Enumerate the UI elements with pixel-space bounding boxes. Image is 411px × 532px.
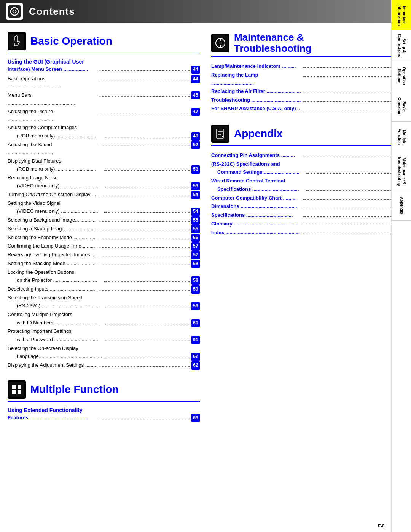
toc-item-dual-sub: (RGB menu only) ........................… <box>8 165 200 174</box>
toc-item-onscreen: Turning On/Off the On-screen Display ...… <box>8 190 200 199</box>
dots <box>100 76 191 80</box>
footer-page-number: E-8 <box>378 524 384 528</box>
dots <box>100 218 191 222</box>
toc-label: (VIDEO menu only) ......................… <box>8 207 103 215</box>
toc-item-specs: Specifications .........................… <box>211 211 403 220</box>
sidebar-tab-important[interactable]: ImportantInformation <box>392 0 411 30</box>
toc-item-protect: Protecting Important Settings <box>8 327 200 335</box>
sidebar-tab-multi[interactable]: MultipleFunction <box>392 122 411 152</box>
dots <box>104 278 191 282</box>
page-num: 61 <box>191 336 200 344</box>
toc-label: Troubleshooting ........................… <box>211 96 302 104</box>
toc-item-compat: Computer Compatibility Chart .......... … <box>211 194 403 203</box>
toc-item-glossary: Glossary ...............................… <box>211 220 403 228</box>
sidebar-tab-appendix[interactable]: Appendix <box>392 190 411 221</box>
toc-label: Features ...............................… <box>8 414 99 422</box>
toc-label: Menu Bars ..............................… <box>8 91 99 107</box>
toc-label: Specifications .........................… <box>211 185 305 193</box>
sidebar: ImportantInformation Setup &Connections … <box>391 0 411 532</box>
toc-label: For SHARP Assistance (U.S.A. only) .. <box>211 104 302 112</box>
basic-operation-header: Basic Operation <box>8 32 200 53</box>
toc-label: Replacing the Lamp .....................… <box>211 71 302 87</box>
dots <box>303 89 394 93</box>
dots <box>100 192 191 196</box>
header-icon <box>6 3 23 20</box>
right-column: Maintenance & Troubleshooting Lamp/Maint… <box>211 32 403 433</box>
maintenance-title-line1: Maintenance & <box>234 32 312 43</box>
toc-label: Reversing/Inverting Projected Images ... <box>8 251 99 259</box>
page-num: 47 <box>191 108 200 116</box>
dots <box>303 73 394 77</box>
dots <box>303 195 394 199</box>
maintenance-section: Maintenance & Troubleshooting Lamp/Maint… <box>211 32 403 113</box>
dots <box>303 153 394 157</box>
toc-label: (RS-232C) ..............................… <box>8 302 103 310</box>
toc-item-wired-remote: Wired Remote Control Terminal <box>211 177 403 185</box>
basic-operation-icon <box>8 32 26 50</box>
dots <box>100 142 191 146</box>
appendix-section: Appendix Connecting Pin Assignments ....… <box>211 125 403 237</box>
toc-label: Setting the Stacking Mode ..............… <box>8 259 99 267</box>
page-num: 53 <box>191 165 200 174</box>
page-num-interface: 44 <box>191 66 200 74</box>
sidebar-tab-label: Appendix <box>399 197 404 214</box>
svg-rect-6 <box>18 385 21 389</box>
toc-label: Selecting a Startup Image...............… <box>8 225 99 233</box>
toc-item-replace-filter: Replacing the Air Filter ...............… <box>211 87 403 96</box>
sidebar-tab-setup[interactable]: Setup &Connections <box>392 30 411 61</box>
dots <box>306 187 394 190</box>
toc-item-video-signal: Setting the Video Signal <box>8 199 200 207</box>
toc-label: Adjusting the Picture ..................… <box>8 107 99 124</box>
toc-label: Adjusting the Computer Images <box>8 123 200 131</box>
page-num: 59 <box>191 302 200 310</box>
page-num: 58 <box>191 276 200 285</box>
dots <box>100 226 191 230</box>
toc-item-lang-sub: Language ...............................… <box>8 352 200 361</box>
toc-item-replace-lamp: Replacing the Lamp .....................… <box>211 71 403 87</box>
toc-item-deselect: Deselecting Inputs .....................… <box>8 285 200 294</box>
toc-label: Command Settings........................… <box>211 168 305 176</box>
maintenance-icon <box>211 34 229 52</box>
toc-item-video-signal-sub: (VIDEO menu only) ......................… <box>8 207 200 216</box>
page-num: 55 <box>191 225 200 233</box>
multiple-function-header: Multiple Function <box>8 380 200 402</box>
toc-label: Wired Remote Control Terminal <box>211 177 403 185</box>
toc-item-protect-sub: with a Password ........................… <box>8 335 200 344</box>
appendix-icon <box>211 125 229 143</box>
sidebar-tab-op-buttons[interactable]: OperationButtons <box>392 61 411 91</box>
page-num: 62 <box>191 361 200 370</box>
toc-item-locking-sub: on the Projector .......................… <box>8 276 200 285</box>
toc-item-wired-remote-sub: Specifications .........................… <box>211 185 403 194</box>
toc-label: (RS-232C) Specifications and <box>211 160 403 168</box>
basic-operation-title: Basic Operation <box>30 35 112 47</box>
page-num: 54 <box>191 208 200 216</box>
toc-item-dimensions: Dimensions .............................… <box>211 202 403 211</box>
dots <box>100 235 191 239</box>
toc-item-locking: Locking the Operation Buttons <box>8 268 200 276</box>
toc-label: Basic Operations .......................… <box>8 75 99 91</box>
appendix-title: Appendix <box>234 128 283 140</box>
toc-item-multi-proj-sub: with ID Numbers ........................… <box>8 319 200 328</box>
toc-label: Selecting the Transmission Speed <box>8 294 200 302</box>
page-num: 44 <box>191 75 200 83</box>
page-num: 49 <box>191 132 200 141</box>
toc-item-reverse: Reversing/Inverting Projected Images ...… <box>8 251 200 259</box>
toc-label: Protecting Important Settings <box>8 327 200 335</box>
maintenance-title-block: Maintenance & Troubleshooting <box>234 32 312 54</box>
toc-label: Lamp/Maintenance Indicators .......... <box>211 62 302 70</box>
toc-item-lang: Selecting the On-screen Display <box>8 344 200 352</box>
toc-item-startup-image: Selecting a Startup Image...............… <box>8 225 200 233</box>
page-num: 63 <box>191 414 200 422</box>
sidebar-tab-maint[interactable]: Maintenance &Troubleshooting <box>392 152 411 190</box>
dots <box>303 97 394 101</box>
toc-label: Controling Multiple Projectors <box>8 310 200 318</box>
toc-item-multi-proj: Controling Multiple Projectors <box>8 310 200 318</box>
toc-item-dual: Displaying Dual Pictures <box>8 157 200 165</box>
sidebar-tab-basic-op[interactable]: BasicOperation <box>392 91 411 122</box>
toc-label: Adjusting the Sound ....................… <box>8 141 99 157</box>
dots <box>306 170 394 174</box>
dots <box>104 320 191 324</box>
dots <box>104 354 191 358</box>
dots <box>100 261 191 265</box>
extended-functionality-group: Using Extended Functionality Features ..… <box>8 407 200 422</box>
